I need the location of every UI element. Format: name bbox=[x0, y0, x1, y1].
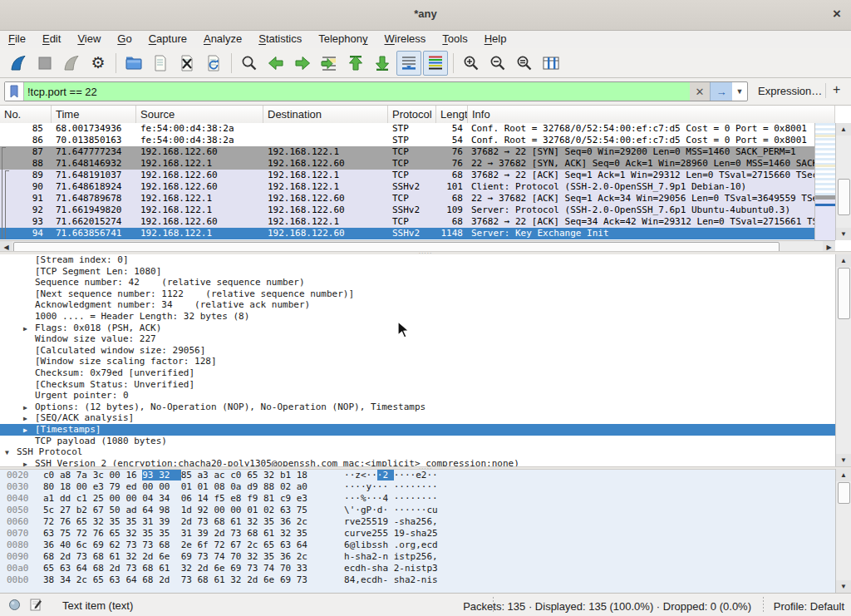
menu-analyze[interactable]: Analyze bbox=[195, 31, 250, 48]
stop-capture-icon[interactable] bbox=[32, 51, 57, 76]
filter-bookmark-icon[interactable] bbox=[5, 82, 24, 101]
column-header-length[interactable]: Length bbox=[436, 106, 468, 123]
hex-row-0070[interactable]: 007063 75 72 76 65 32 35 35 31 39 2d 73 … bbox=[0, 528, 851, 540]
packet-row-91[interactable]: 9171.648789678192.168.122.1192.168.122.6… bbox=[0, 193, 814, 205]
expert-info-icon[interactable] bbox=[8, 599, 21, 614]
detail-line[interactable]: [Next sequence number: 1122 (relative se… bbox=[0, 288, 851, 300]
menu-capture[interactable]: Capture bbox=[140, 31, 195, 48]
menu-tools[interactable]: Tools bbox=[434, 31, 475, 48]
expander-icon[interactable]: ▶ bbox=[23, 459, 35, 466]
packet-list-hscrollbar[interactable]: ◀ ▶ bbox=[0, 240, 835, 252]
resize-columns-icon[interactable] bbox=[539, 51, 563, 76]
scrollbar-thumb[interactable] bbox=[838, 482, 850, 504]
hex-row-0060[interactable]: 006072 76 65 32 35 35 31 39 2d 73 68 61 … bbox=[0, 516, 851, 528]
hex-row-0090[interactable]: 009068 2d 73 68 61 32 2d 6e 69 73 74 70 … bbox=[0, 551, 851, 563]
zoom-out-icon[interactable] bbox=[485, 51, 510, 76]
reload-file-icon[interactable] bbox=[201, 51, 226, 76]
expander-icon[interactable]: ▼ bbox=[5, 447, 17, 458]
scroll-up-icon[interactable]: ▲ bbox=[836, 123, 851, 136]
bytes-vscrollbar[interactable]: ▲ ▼ bbox=[835, 469, 851, 593]
capture-options-icon[interactable]: ⚙ bbox=[86, 51, 111, 76]
column-header-no[interactable]: No. bbox=[0, 106, 52, 123]
filter-apply-icon[interactable]: → bbox=[710, 82, 732, 101]
expander-icon[interactable]: ▶ bbox=[23, 425, 35, 436]
packet-row-93[interactable]: 9371.662015274192.168.122.60192.168.122.… bbox=[0, 216, 814, 228]
column-header-protocol[interactable]: Protocol bbox=[388, 106, 436, 123]
scroll-down-icon[interactable]: ▼ bbox=[836, 454, 851, 466]
detail-line[interactable]: ▶[SEQ/ACK analysis] bbox=[0, 412, 851, 424]
menu-file[interactable]: File bbox=[0, 31, 34, 48]
packet-row-87[interactable]: 8771.647777234192.168.122.60192.168.122.… bbox=[0, 146, 814, 158]
detail-line[interactable]: TCP payload (1080 bytes) bbox=[0, 436, 851, 447]
capture-comment-icon[interactable] bbox=[29, 598, 42, 614]
detail-line[interactable]: 1000 .... = Header Length: 32 bytes (8) bbox=[0, 311, 851, 323]
packet-row-86[interactable]: 8670.013850163fe:54:00:d4:38:2aSTP54Conf… bbox=[0, 135, 814, 146]
start-capture-icon[interactable] bbox=[6, 51, 31, 76]
detail-line[interactable]: [Calculated window size: 29056] bbox=[0, 345, 851, 357]
packet-row-85[interactable]: 8568.001734936fe:54:00:d4:38:2aSTP54Conf… bbox=[0, 123, 814, 135]
hex-row-0080[interactable]: 008036 40 6c 69 62 73 73 68 2e 6f 72 67 … bbox=[0, 540, 851, 551]
display-filter-field[interactable]: ✕ → ▼ bbox=[4, 81, 748, 101]
close-file-icon[interactable] bbox=[175, 51, 199, 76]
hex-row-0050[interactable]: 00505c 27 b2 67 50 ad 64 98 1d 92 00 00 … bbox=[0, 505, 851, 516]
go-last-icon[interactable] bbox=[370, 51, 395, 76]
scroll-up-icon[interactable]: ▲ bbox=[836, 469, 851, 481]
detail-line[interactable]: Urgent pointer: 0 bbox=[0, 390, 851, 402]
hex-row-0040[interactable]: 0040a1 dd c1 25 00 00 04 34 06 14 f5 e8 … bbox=[0, 493, 851, 505]
scrollbar-thumb[interactable] bbox=[838, 268, 850, 319]
restart-capture-icon[interactable] bbox=[59, 51, 84, 76]
detail-line[interactable]: [Checksum Status: Unverified] bbox=[0, 379, 851, 391]
hex-row-0020[interactable]: 0020c0 a8 7a 3c 00 16 93 32 85 a3 ac c0 … bbox=[0, 470, 851, 481]
save-file-icon[interactable] bbox=[148, 51, 173, 76]
go-to-packet-icon[interactable] bbox=[317, 51, 342, 76]
packet-row-90[interactable]: 9071.648618924192.168.122.60192.168.122.… bbox=[0, 181, 814, 193]
detail-line[interactable]: Checksum: 0x79ed [unverified] bbox=[0, 367, 851, 379]
scroll-down-icon[interactable]: ▼ bbox=[836, 228, 851, 240]
detail-line[interactable]: [Window size scaling factor: 128] bbox=[0, 356, 851, 367]
packet-row-88[interactable]: 8871.648146932192.168.122.1192.168.122.6… bbox=[0, 158, 814, 170]
detail-line[interactable]: Sequence number: 42 (relative sequence n… bbox=[0, 277, 851, 288]
go-forward-icon[interactable] bbox=[290, 51, 315, 76]
packet-row-92[interactable]: 9271.661949820192.168.122.1192.168.122.6… bbox=[0, 205, 814, 216]
detail-line[interactable]: Window size value: 227 bbox=[0, 333, 851, 345]
hex-row-0030[interactable]: 003080 18 00 e3 79 ed 00 00 01 01 08 0a … bbox=[0, 481, 851, 493]
detail-line[interactable]: [Stream index: 0] bbox=[0, 254, 851, 266]
expression-button[interactable]: Expression… bbox=[758, 85, 822, 97]
column-header-source[interactable]: Source bbox=[136, 106, 263, 123]
profile-text[interactable]: Profile: Default bbox=[774, 600, 844, 613]
packet-list-minimap[interactable] bbox=[814, 123, 835, 240]
packet-list-header[interactable]: No.TimeSourceDestinationProtocolLengthIn… bbox=[0, 106, 835, 124]
expander-icon[interactable]: ▶ bbox=[23, 402, 35, 413]
close-window-icon[interactable]: × bbox=[833, 6, 841, 22]
detail-line[interactable]: ▼SSH Protocol bbox=[0, 446, 851, 458]
details-vscrollbar[interactable]: ▲ ▼ bbox=[835, 254, 851, 466]
menu-view[interactable]: View bbox=[69, 31, 109, 48]
detail-line[interactable]: ▶[Timestamps] bbox=[0, 424, 851, 436]
menu-edit[interactable]: Edit bbox=[34, 31, 69, 48]
open-file-icon[interactable] bbox=[121, 51, 146, 76]
packet-row-89[interactable]: 8971.648191037192.168.122.60192.168.122.… bbox=[0, 170, 814, 181]
filter-dropdown-icon[interactable]: ▼ bbox=[732, 82, 747, 101]
expander-icon[interactable]: ▶ bbox=[23, 323, 35, 334]
menu-go[interactable]: Go bbox=[109, 31, 140, 48]
auto-scroll-icon[interactable] bbox=[396, 51, 421, 76]
hex-row-00b0[interactable]: 00b038 34 2c 65 63 64 68 2d 73 68 61 32 … bbox=[0, 574, 851, 586]
column-header-info[interactable]: Info bbox=[468, 106, 835, 123]
menu-help[interactable]: Help bbox=[476, 31, 515, 48]
detail-line[interactable]: [TCP Segment Len: 1080] bbox=[0, 266, 851, 278]
scroll-up-icon[interactable]: ▲ bbox=[836, 254, 851, 267]
scroll-down-icon[interactable]: ▼ bbox=[836, 580, 851, 593]
detail-line[interactable]: ▶Flags: 0x018 (PSH, ACK) bbox=[0, 323, 851, 334]
hex-row-00a0[interactable]: 00a065 63 64 68 2d 73 68 61 32 2d 6e 69 … bbox=[0, 563, 851, 574]
find-packet-icon[interactable] bbox=[237, 51, 262, 76]
display-filter-input[interactable] bbox=[24, 82, 690, 101]
go-back-icon[interactable] bbox=[263, 51, 288, 76]
zoom-original-icon[interactable] bbox=[512, 51, 537, 76]
packet-row-94[interactable]: 9471.663856741192.168.122.1192.168.122.6… bbox=[0, 228, 814, 239]
go-first-icon[interactable] bbox=[343, 51, 368, 76]
menu-telephony[interactable]: Telephony bbox=[310, 31, 376, 48]
detail-line[interactable]: ▶Options: (12 bytes), No-Operation (NOP)… bbox=[0, 402, 851, 413]
colorize-icon[interactable] bbox=[423, 51, 448, 76]
column-header-destination[interactable]: Destination bbox=[263, 106, 388, 123]
scrollbar-thumb[interactable] bbox=[838, 179, 850, 215]
